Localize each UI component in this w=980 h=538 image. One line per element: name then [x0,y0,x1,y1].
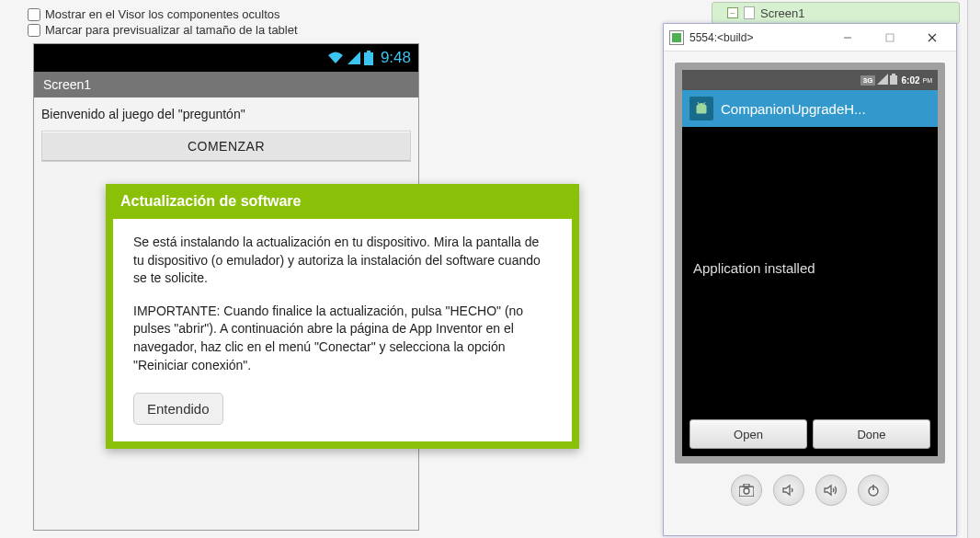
tablet-preview-label: Marcar para previsualizar al tamaño de l… [45,23,298,37]
wifi-icon [327,52,344,64]
battery-icon [364,51,373,65]
svg-rect-9 [744,484,749,487]
welcome-label: Bienvenido al juego del "preguntón" [34,97,418,129]
close-button[interactable] [914,25,951,51]
emu-app-title: CompanionUpgradeH... [721,101,866,117]
network-3g-icon: 3G [860,75,876,86]
emulator-bezel: 3G 6:02 PM CompanionUpgradeH... [675,63,945,464]
svg-rect-3 [886,34,894,41]
start-button[interactable]: COMENZAR [41,131,411,162]
modal-body: Se está instalando la actualización en t… [113,219,572,441]
emu-open-label: Open [734,428,763,441]
svg-rect-7 [890,75,897,85]
minimize-button[interactable] [829,25,866,51]
modal-title: Actualización de software [113,191,572,219]
emu-time-pm: PM [923,77,933,84]
tablet-preview-checkbox-row[interactable]: Marcar para previsualizar al tamaño de l… [28,23,699,37]
emulator-window: 5554:<build> 3G 6:02 [663,23,957,536]
emulator-controls [675,464,945,517]
emulator-title: 5554:<build> [689,31,753,44]
modal-paragraph-1: Se está instalando la actualización en t… [133,234,552,288]
tablet-preview-checkbox[interactable] [28,24,40,37]
show-hidden-checkbox-row[interactable]: Mostrar en el Visor los componentes ocul… [28,7,699,21]
emu-done-button[interactable]: Done [813,419,930,449]
emulator-app-icon [669,30,684,45]
component-tree-item[interactable]: − Screen1 [712,2,960,24]
preview-time: 9:48 [381,49,411,67]
emulator-screen: 3G 6:02 PM CompanionUpgradeH... [682,70,938,456]
emu-status-bar: 3G 6:02 PM [682,70,938,90]
start-button-label: COMENZAR [188,139,265,154]
properties-panel-edge [967,0,980,538]
tree-root-label: Screen1 [760,6,804,20]
screen-icon [744,6,755,19]
emulator-titlebar[interactable]: 5554:<build> [664,24,956,52]
show-hidden-checkbox[interactable] [28,8,40,21]
camera-button[interactable] [731,475,762,506]
svg-point-10 [744,488,749,494]
svg-rect-6 [892,74,895,75]
emu-done-label: Done [857,428,885,441]
collapse-icon[interactable]: − [727,7,738,18]
emu-install-message: Application installed [682,127,938,276]
volume-down-button[interactable] [773,475,804,506]
preview-status-bar: 9:48 [34,44,418,72]
emu-time: 6:02 [901,75,919,86]
android-icon [689,97,713,120]
maximize-button[interactable] [872,25,908,51]
power-button[interactable] [858,475,889,506]
ok-button-label: Entendido [147,401,210,417]
software-update-modal: Actualización de software Se está instal… [106,184,579,449]
emu-open-button[interactable]: Open [689,419,807,449]
volume-up-button[interactable] [815,475,847,506]
emu-signal-icon [877,74,888,86]
emu-battery-icon [890,74,897,86]
modal-paragraph-2: IMPORTANTE: Cuando finalice la actualiza… [133,303,552,374]
signal-icon [348,52,360,64]
emu-app-bar: CompanionUpgradeH... [682,90,938,127]
show-hidden-label: Mostrar en el Visor los componentes ocul… [45,7,280,21]
ok-button[interactable]: Entendido [133,393,223,425]
svg-rect-1 [364,52,373,65]
svg-rect-0 [367,51,370,52]
preview-screen-title: Screen1 [34,72,418,97]
